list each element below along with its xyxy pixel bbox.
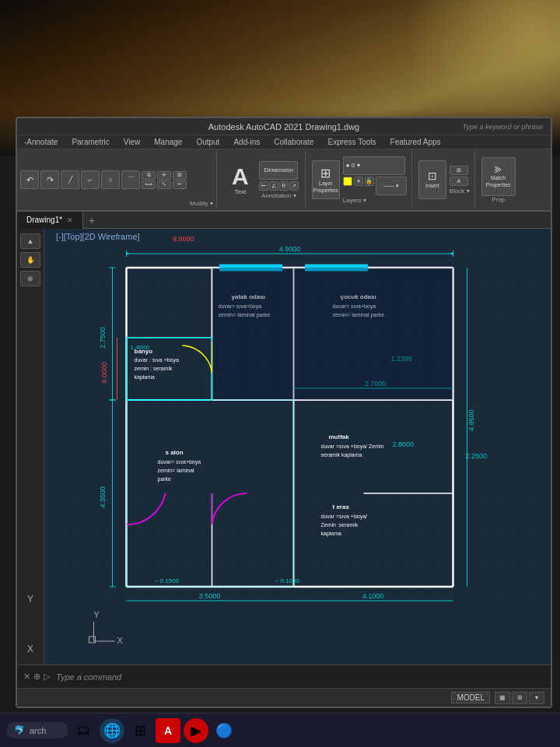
taskbar-search-text: arch <box>30 726 46 735</box>
snap-toggle[interactable]: ⊞ <box>512 692 527 704</box>
layer-dropdown[interactable]: ● 0 ▾ <box>343 156 405 175</box>
taskbar-autocad-icon[interactable]: A <box>156 718 180 743</box>
dimension-button[interactable]: Dimension <box>259 161 298 180</box>
svg-text:9.0000: 9.0000 <box>100 362 108 384</box>
taskbar-media[interactable]: ▶ <box>184 718 208 743</box>
svg-text:2.7500: 2.7500 <box>99 327 107 349</box>
menu-annotate[interactable]: -Annotate <box>22 137 60 147</box>
tab-bar: Drawing1* ✕ + <box>17 212 551 229</box>
svg-text:4.1000: 4.1000 <box>362 592 384 600</box>
scale-button[interactable]: ⤡ <box>157 181 171 189</box>
svg-text:3.5000: 3.5000 <box>199 592 221 600</box>
svg-text:zemin= laminat: zemin= laminat <box>158 468 194 473</box>
svg-text:mutfak: mutfak <box>329 433 350 440</box>
tab-new-button[interactable]: + <box>83 212 100 229</box>
text-label: Text <box>234 188 246 195</box>
taskbar-windows[interactable]: ⊞ <box>128 718 152 743</box>
menu-parametric[interactable]: Parametric <box>69 137 111 147</box>
radius-dim[interactable]: R <box>279 181 289 191</box>
circle-button[interactable]: ○ <box>101 170 120 189</box>
search-fish-icon: 🐬 <box>14 725 25 735</box>
layer-color[interactable] <box>343 177 352 186</box>
layer-properties-button[interactable]: ⊞ Layer Properties <box>312 160 340 199</box>
copy-button[interactable]: ⧉ <box>142 171 156 180</box>
ribbon: ↶ ↷ ╱ ⌐ ○ ⌒ ⧉ ⟺ ✛ ⤡ ⊞ ✂ Modify ▾ <box>17 149 551 212</box>
arc-button[interactable]: ⌒ <box>121 170 140 189</box>
create-block[interactable]: ⊞ <box>450 166 468 175</box>
tool-select[interactable]: ▲ <box>20 233 40 249</box>
cmd-icon-snap: ⊕ <box>33 672 40 682</box>
taskbar-files[interactable]: 🗂 <box>72 718 96 743</box>
cmd-icon-cursor: ▷ <box>44 672 50 682</box>
laptop-screen: Autodesk AutoCAD 2021 Drawing1.dwg Type … <box>16 117 552 708</box>
taskbar-search[interactable]: 🐬 arch <box>6 722 68 738</box>
model-label: MODEL <box>451 692 490 703</box>
svg-text:t eras: t eras <box>333 503 350 510</box>
match-properties-button[interactable]: ⫸ Match Properties <box>481 157 516 196</box>
status-bar: MODEL ▦ ⊞ ▾ <box>17 688 551 707</box>
mirror-button[interactable]: ⟺ <box>142 181 156 189</box>
layer-freeze[interactable]: ☀ <box>354 177 363 186</box>
linear-dim[interactable]: ⊢ <box>259 181 268 191</box>
tab-close-icon[interactable]: ✕ <box>67 216 73 224</box>
tool-x-icon: X <box>20 641 40 657</box>
cmd-icons: ✕ ⊕ ▷ <box>23 672 50 682</box>
drawing-area[interactable]: ▲ ✋ ⊕ Y X [-][Top][2D Wireframe] <box>17 229 551 665</box>
tool-zoom[interactable]: ⊕ <box>20 271 40 286</box>
move-button[interactable]: ✛ <box>157 171 171 180</box>
svg-text:kaplama: kaplama <box>321 531 342 537</box>
svg-text:2.2500: 2.2500 <box>466 452 488 460</box>
menu-express[interactable]: Express Tools <box>325 137 378 147</box>
layer-lock[interactable]: 🔒 <box>365 177 374 186</box>
title-bar: Autodesk AutoCAD 2021 Drawing1.dwg Type … <box>17 118 551 135</box>
undo-button[interactable]: ↶ <box>20 170 39 189</box>
tab-drawing1[interactable]: Drawing1* ✕ <box>17 212 83 229</box>
menu-bar: -Annotate Parametric View Manage Output … <box>17 135 551 149</box>
svg-text:kaplama: kaplama <box>135 374 156 381</box>
svg-text:Y: Y <box>94 610 100 619</box>
tool-y-axis: Y <box>20 591 40 607</box>
trim-button[interactable]: ✂ <box>173 181 187 189</box>
match-props-icon: ⫸ <box>494 164 503 175</box>
svg-text:duvar =sıva +boya/: duvar =sıva +boya/ <box>321 514 368 520</box>
menu-manage[interactable]: Manage <box>152 137 184 147</box>
grid-toggle[interactable]: ▦ <box>495 692 510 704</box>
svg-text:←0.1000: ←0.1000 <box>275 577 300 584</box>
taskbar-edge[interactable]: 🌐 <box>100 718 124 743</box>
svg-text:←0.1500: ←0.1500 <box>154 577 180 584</box>
svg-text:seramik kaplama: seramik kaplama <box>321 452 362 458</box>
define-attrib[interactable]: A <box>450 177 468 186</box>
svg-text:4.9500: 4.9500 <box>467 409 475 431</box>
polyline-button[interactable]: ⌐ <box>81 170 100 189</box>
svg-text:duvar : sıva +boya: duvar : sıva +boya <box>135 357 180 363</box>
status-grid-buttons: ▦ ⊞ ▾ <box>495 692 544 704</box>
svg-rect-74 <box>294 268 453 400</box>
menu-view[interactable]: View <box>121 137 143 147</box>
tool-pan[interactable]: ✋ <box>20 252 40 268</box>
stretch-button[interactable]: ⊞ <box>173 171 187 180</box>
angular-dim[interactable]: ∠ <box>269 181 278 191</box>
leader-dim[interactable]: ↗ <box>289 181 299 191</box>
insert-button[interactable]: ⊡ Insert <box>418 160 446 199</box>
svg-text:parke: parke <box>158 476 172 482</box>
redo-button[interactable]: ↷ <box>40 170 59 189</box>
menu-featured[interactable]: Featured Apps <box>388 137 443 147</box>
text-button[interactable]: A Text <box>225 160 256 200</box>
title-search[interactable]: Type a keyword or phrase <box>463 123 543 131</box>
insert-icon: ⊡ <box>428 170 437 183</box>
svg-text:duvar =sıva +boya/ Zemin: duvar =sıva +boya/ Zemin <box>321 444 384 450</box>
layer-icon: ⊞ <box>320 166 331 181</box>
title-text: Autodesk AutoCAD 2021 Drawing1.dwg <box>208 122 359 132</box>
command-input[interactable]: Type a command <box>56 672 544 682</box>
menu-collaborate[interactable]: Collaborate <box>271 137 316 147</box>
layer-linetype[interactable]: —— ▾ <box>376 177 407 195</box>
svg-text:Zemin :seramik: Zemin :seramik <box>321 522 359 528</box>
taskbar-chrome[interactable]: 🔵 <box>212 718 236 743</box>
status-dropdown[interactable]: ▾ <box>529 692 544 704</box>
svg-text:4.9000: 4.9000 <box>279 245 301 253</box>
menu-output[interactable]: Output <box>194 137 222 147</box>
cad-drawing: 4.9000 2.7500 4.3500 4.9500 2 <box>44 229 551 665</box>
svg-rect-73 <box>212 268 294 400</box>
menu-addins[interactable]: Add-ins <box>231 137 262 147</box>
line-button[interactable]: ╱ <box>61 170 79 189</box>
